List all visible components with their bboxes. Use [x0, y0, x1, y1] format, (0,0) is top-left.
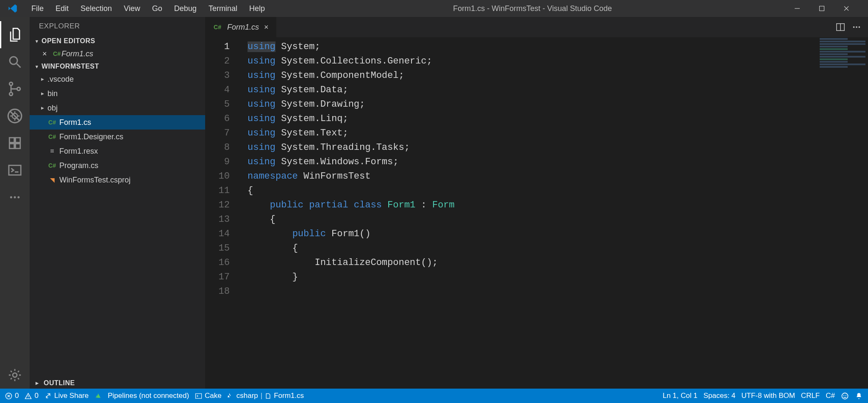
svg-point-12 [10, 196, 12, 199]
code-content[interactable]: using System;using System.Collections.Ge… [239, 37, 455, 389]
file-label: Form1.cs [59, 118, 91, 127]
title-bar: File Edit Selection View Go Debug Termin… [0, 0, 868, 17]
close-icon[interactable]: × [42, 50, 50, 58]
chevron-right-icon: ▶ [40, 106, 45, 110]
activity-explorer-icon[interactable] [0, 21, 30, 48]
menu-go[interactable]: Go [146, 0, 168, 17]
maximize-button[interactable] [819, 6, 843, 11]
status-warnings[interactable]: 0 [25, 392, 38, 400]
status-encoding[interactable]: UTF-8 with BOM [741, 392, 795, 400]
resx-file-icon: ≡ [47, 147, 57, 155]
split-editor-icon[interactable] [836, 22, 845, 32]
outline-section-header[interactable]: ▶ Outline [30, 378, 205, 389]
status-pipelines-label: Pipelines (not connected) [108, 392, 189, 400]
file-label: Program.cs [59, 161, 98, 170]
activity-source-control-icon[interactable] [0, 75, 30, 102]
svg-point-2 [9, 82, 13, 86]
svg-rect-0 [820, 6, 824, 11]
window-title: Form1.cs - WinFormsTest - Visual Studio … [271, 4, 794, 13]
status-feedback-icon[interactable] [841, 392, 849, 400]
folder-label: bin [47, 89, 58, 98]
svg-point-22 [842, 393, 848, 399]
open-editors-section-header[interactable]: ▾ Open Editors [30, 36, 205, 47]
svg-rect-10 [15, 138, 20, 142]
project-section-header[interactable]: ▾ WinFormsTest [30, 61, 205, 72]
editor-tab-form1[interactable]: C# Form1.cs × [205, 17, 276, 37]
activity-bar [0, 17, 30, 389]
status-notifications-icon[interactable] [855, 392, 863, 400]
menu-view[interactable]: View [118, 0, 146, 17]
status-docfile-label: Form1.cs [274, 392, 304, 400]
csharp-file-icon: C# [213, 24, 222, 30]
minimize-button[interactable] [794, 6, 819, 11]
status-errors[interactable]: 0 [5, 392, 19, 400]
window-controls [794, 6, 868, 11]
file-form1-cs[interactable]: ▶ C# Form1.cs [30, 115, 205, 130]
status-cursor-position[interactable]: Ln 1, Col 1 [662, 392, 697, 400]
svg-point-4 [17, 87, 20, 91]
file-label: Form1.Designer.cs [59, 132, 123, 141]
status-azure-icon[interactable] [95, 392, 102, 400]
menu-selection[interactable]: Selection [75, 0, 118, 17]
activity-extensions-icon[interactable] [0, 130, 30, 157]
activity-more-icon[interactable] [0, 184, 30, 211]
open-editor-filename: Form1.cs [61, 50, 93, 58]
status-cake[interactable]: Cake [195, 392, 222, 400]
status-cake-label: Cake [205, 392, 222, 400]
svg-rect-8 [9, 144, 14, 148]
svg-point-24 [846, 395, 846, 395]
minimap[interactable] [817, 37, 868, 88]
file-program-cs[interactable]: ▶ C# Program.cs [30, 158, 205, 173]
status-spaces[interactable]: Spaces: 4 [704, 392, 736, 400]
rss-icon: ◥ [47, 177, 57, 183]
activity-integrated-terminal-icon[interactable] [0, 157, 30, 184]
status-bar: 0 0 Live Share Pipelines (not connected)… [0, 389, 868, 403]
menu-file[interactable]: File [25, 0, 50, 17]
activity-debug-icon[interactable] [0, 102, 30, 130]
menu-edit[interactable]: Edit [50, 0, 75, 17]
csharp-file-icon: C# [47, 119, 57, 126]
status-pipelines[interactable]: Pipelines (not connected) [108, 392, 189, 400]
code-editor[interactable]: 123456789101112131415161718 using System… [205, 37, 868, 389]
menu-debug[interactable]: Debug [168, 0, 203, 17]
activity-settings-icon[interactable] [0, 362, 30, 389]
svg-point-18 [856, 26, 857, 28]
main-area: EXPLORER ▾ Open Editors × C# Form1.cs ▾ … [0, 17, 868, 389]
file-csproj[interactable]: ▶ ◥ WinFormsTest.csproj [30, 173, 205, 187]
status-liveshare-label: Live Share [54, 392, 89, 400]
chevron-right-icon: ▶ [40, 91, 45, 96]
close-button[interactable] [843, 6, 868, 11]
folder-vscode[interactable]: ▶ .vscode [30, 72, 205, 86]
open-editor-item[interactable]: × C# Form1.cs [30, 47, 205, 61]
file-label: WinFormsTest.csproj [59, 176, 131, 185]
svg-point-1 [10, 57, 17, 64]
status-csharp-project[interactable]: csharp | Form1.cs [228, 392, 304, 400]
chevron-down-icon: ▾ [36, 64, 42, 69]
status-language[interactable]: C# [826, 392, 835, 400]
file-form1-designer-cs[interactable]: ▶ C# Form1.Designer.cs [30, 130, 205, 144]
sidebar-title: EXPLORER [30, 17, 205, 36]
close-icon[interactable]: × [264, 23, 269, 32]
csharp-file-icon: C# [47, 162, 57, 169]
line-number-gutter: 123456789101112131415161718 [205, 37, 239, 389]
chevron-right-icon: ▶ [40, 77, 45, 81]
svg-rect-21 [195, 393, 201, 398]
status-liveshare[interactable]: Live Share [45, 392, 89, 400]
menu-bar: File Edit Selection View Go Debug Termin… [25, 0, 271, 17]
open-editors-label: Open Editors [42, 37, 95, 45]
editor-tab-label: Form1.cs [227, 23, 259, 32]
chevron-down-icon: ▾ [36, 39, 42, 44]
folder-obj[interactable]: ▶ obj [30, 101, 205, 115]
folder-bin[interactable]: ▶ bin [30, 86, 205, 101]
file-form1-resx[interactable]: ▶ ≡ Form1.resx [30, 144, 205, 158]
editor-tab-bar: C# Form1.cs × [205, 17, 868, 37]
activity-search-icon[interactable] [0, 48, 30, 75]
status-eol[interactable]: CRLF [801, 392, 820, 400]
more-actions-icon[interactable] [852, 22, 861, 32]
editor-area: C# Form1.cs × 12345678910111213141516171… [205, 17, 868, 389]
chevron-right-icon: ▶ [36, 381, 42, 385]
menu-help[interactable]: Help [243, 0, 271, 17]
svg-point-19 [859, 26, 860, 28]
menu-terminal[interactable]: Terminal [203, 0, 243, 17]
status-csharp-label: csharp [236, 392, 258, 400]
